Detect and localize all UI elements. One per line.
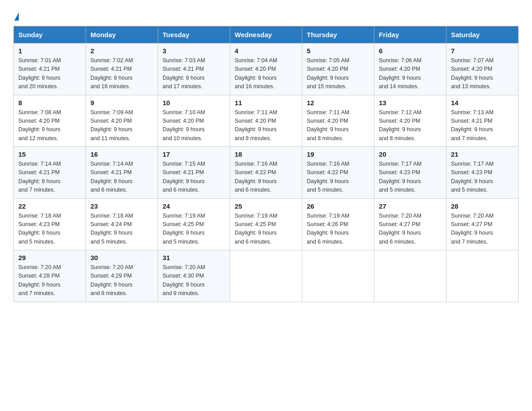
day-info: Sunrise: 7:11 AM Sunset: 4:20 PM Dayligh… xyxy=(235,108,297,143)
day-number: 6 xyxy=(379,47,442,55)
day-header-wednesday: Wednesday xyxy=(230,26,302,43)
day-info: Sunrise: 7:14 AM Sunset: 4:21 PM Dayligh… xyxy=(18,160,81,195)
calendar-cell: 22 Sunrise: 7:18 AM Sunset: 4:23 PM Dayl… xyxy=(14,198,86,250)
calendar-cell xyxy=(446,250,519,302)
calendar-cell: 1 Sunrise: 7:01 AM Sunset: 4:21 PM Dayli… xyxy=(14,43,86,95)
calendar-cell: 30 Sunrise: 7:20 AM Sunset: 4:29 PM Dayl… xyxy=(86,250,158,302)
day-info: Sunrise: 7:06 AM Sunset: 4:20 PM Dayligh… xyxy=(379,56,442,91)
calendar-week-row: 1 Sunrise: 7:01 AM Sunset: 4:21 PM Dayli… xyxy=(14,43,519,95)
calendar-cell: 6 Sunrise: 7:06 AM Sunset: 4:20 PM Dayli… xyxy=(374,43,446,95)
calendar-cell: 4 Sunrise: 7:04 AM Sunset: 4:20 PM Dayli… xyxy=(230,43,302,95)
day-info: Sunrise: 7:20 AM Sunset: 4:30 PM Dayligh… xyxy=(163,263,225,298)
day-number: 2 xyxy=(90,47,153,55)
day-info: Sunrise: 7:20 AM Sunset: 4:29 PM Dayligh… xyxy=(90,263,153,298)
calendar-header-row: SundayMondayTuesdayWednesdayThursdayFrid… xyxy=(14,26,519,43)
day-number: 31 xyxy=(163,254,225,261)
calendar-cell: 10 Sunrise: 7:10 AM Sunset: 4:20 PM Dayl… xyxy=(158,95,230,147)
calendar-cell: 29 Sunrise: 7:20 AM Sunset: 4:28 PM Dayl… xyxy=(14,250,86,302)
day-number: 13 xyxy=(379,99,442,107)
day-number: 20 xyxy=(379,150,442,158)
day-header-sunday: Sunday xyxy=(14,26,86,43)
calendar-cell: 31 Sunrise: 7:20 AM Sunset: 4:30 PM Dayl… xyxy=(158,250,230,302)
calendar-cell: 5 Sunrise: 7:05 AM Sunset: 4:20 PM Dayli… xyxy=(302,43,374,95)
day-number: 9 xyxy=(90,99,153,107)
day-info: Sunrise: 7:07 AM Sunset: 4:20 PM Dayligh… xyxy=(451,56,514,91)
day-number: 24 xyxy=(163,202,225,210)
day-info: Sunrise: 7:15 AM Sunset: 4:21 PM Dayligh… xyxy=(163,160,225,195)
day-info: Sunrise: 7:04 AM Sunset: 4:20 PM Dayligh… xyxy=(235,56,297,91)
calendar-table: SundayMondayTuesdayWednesdayThursdayFrid… xyxy=(13,26,519,302)
calendar-cell: 20 Sunrise: 7:17 AM Sunset: 4:23 PM Dayl… xyxy=(374,147,446,199)
calendar-cell: 27 Sunrise: 7:20 AM Sunset: 4:27 PM Dayl… xyxy=(374,198,446,250)
calendar-cell: 8 Sunrise: 7:08 AM Sunset: 4:20 PM Dayli… xyxy=(14,95,86,147)
calendar-cell: 28 Sunrise: 7:20 AM Sunset: 4:27 PM Dayl… xyxy=(446,198,519,250)
day-number: 22 xyxy=(18,202,81,210)
day-header-friday: Friday xyxy=(374,26,446,43)
calendar-cell: 21 Sunrise: 7:17 AM Sunset: 4:23 PM Dayl… xyxy=(446,147,519,199)
day-info: Sunrise: 7:08 AM Sunset: 4:20 PM Dayligh… xyxy=(18,108,81,143)
calendar-cell: 19 Sunrise: 7:16 AM Sunset: 4:22 PM Dayl… xyxy=(302,147,374,199)
day-info: Sunrise: 7:17 AM Sunset: 4:23 PM Dayligh… xyxy=(451,160,514,195)
day-info: Sunrise: 7:16 AM Sunset: 4:22 PM Dayligh… xyxy=(235,160,297,195)
day-number: 27 xyxy=(379,202,442,210)
calendar-cell xyxy=(302,250,374,302)
calendar-cell: 23 Sunrise: 7:18 AM Sunset: 4:24 PM Dayl… xyxy=(86,198,158,250)
logo-triangle-icon xyxy=(14,13,19,21)
day-number: 5 xyxy=(307,47,369,55)
calendar-cell: 7 Sunrise: 7:07 AM Sunset: 4:20 PM Dayli… xyxy=(446,43,519,95)
day-number: 30 xyxy=(90,254,153,261)
calendar-cell: 3 Sunrise: 7:03 AM Sunset: 4:21 PM Dayli… xyxy=(158,43,230,95)
day-number: 8 xyxy=(18,99,81,107)
day-number: 26 xyxy=(307,202,369,210)
day-header-saturday: Saturday xyxy=(446,26,519,43)
day-number: 1 xyxy=(18,47,81,55)
day-info: Sunrise: 7:14 AM Sunset: 4:21 PM Dayligh… xyxy=(90,160,153,195)
calendar-cell xyxy=(230,250,302,302)
day-number: 18 xyxy=(235,150,297,158)
day-number: 10 xyxy=(163,99,225,107)
calendar-week-row: 8 Sunrise: 7:08 AM Sunset: 4:20 PM Dayli… xyxy=(14,95,519,147)
calendar-cell: 16 Sunrise: 7:14 AM Sunset: 4:21 PM Dayl… xyxy=(86,147,158,199)
day-info: Sunrise: 7:01 AM Sunset: 4:21 PM Dayligh… xyxy=(18,56,81,91)
day-number: 16 xyxy=(90,150,153,158)
day-number: 11 xyxy=(235,99,297,107)
calendar-cell: 17 Sunrise: 7:15 AM Sunset: 4:21 PM Dayl… xyxy=(158,147,230,199)
calendar-cell: 12 Sunrise: 7:11 AM Sunset: 4:20 PM Dayl… xyxy=(302,95,374,147)
calendar-cell: 26 Sunrise: 7:19 AM Sunset: 4:26 PM Dayl… xyxy=(302,198,374,250)
day-number: 19 xyxy=(307,150,369,158)
page-header xyxy=(13,9,519,19)
day-info: Sunrise: 7:20 AM Sunset: 4:28 PM Dayligh… xyxy=(18,263,81,298)
day-number: 4 xyxy=(235,47,297,55)
day-info: Sunrise: 7:17 AM Sunset: 4:23 PM Dayligh… xyxy=(379,160,442,195)
calendar-cell: 13 Sunrise: 7:12 AM Sunset: 4:20 PM Dayl… xyxy=(374,95,446,147)
day-number: 14 xyxy=(451,99,514,107)
calendar-cell: 18 Sunrise: 7:16 AM Sunset: 4:22 PM Dayl… xyxy=(230,147,302,199)
day-info: Sunrise: 7:18 AM Sunset: 4:23 PM Dayligh… xyxy=(18,212,81,247)
calendar-cell: 15 Sunrise: 7:14 AM Sunset: 4:21 PM Dayl… xyxy=(14,147,86,199)
day-info: Sunrise: 7:20 AM Sunset: 4:27 PM Dayligh… xyxy=(379,212,442,247)
day-header-tuesday: Tuesday xyxy=(158,26,230,43)
day-number: 25 xyxy=(235,202,297,210)
day-info: Sunrise: 7:09 AM Sunset: 4:20 PM Dayligh… xyxy=(90,108,153,143)
day-info: Sunrise: 7:02 AM Sunset: 4:21 PM Dayligh… xyxy=(90,56,153,91)
day-number: 28 xyxy=(451,202,514,210)
day-header-thursday: Thursday xyxy=(302,26,374,43)
day-info: Sunrise: 7:11 AM Sunset: 4:20 PM Dayligh… xyxy=(307,108,369,143)
day-info: Sunrise: 7:10 AM Sunset: 4:20 PM Dayligh… xyxy=(163,108,225,143)
calendar-cell: 24 Sunrise: 7:19 AM Sunset: 4:25 PM Dayl… xyxy=(158,198,230,250)
day-info: Sunrise: 7:18 AM Sunset: 4:24 PM Dayligh… xyxy=(90,212,153,247)
calendar-cell: 2 Sunrise: 7:02 AM Sunset: 4:21 PM Dayli… xyxy=(86,43,158,95)
calendar-week-row: 15 Sunrise: 7:14 AM Sunset: 4:21 PM Dayl… xyxy=(14,147,519,199)
day-number: 21 xyxy=(451,150,514,158)
day-info: Sunrise: 7:13 AM Sunset: 4:21 PM Dayligh… xyxy=(451,108,514,143)
day-number: 29 xyxy=(18,254,81,261)
day-number: 15 xyxy=(18,150,81,158)
logo xyxy=(13,13,20,19)
day-header-monday: Monday xyxy=(86,26,158,43)
day-info: Sunrise: 7:20 AM Sunset: 4:27 PM Dayligh… xyxy=(451,212,514,247)
day-number: 3 xyxy=(163,47,225,55)
day-info: Sunrise: 7:05 AM Sunset: 4:20 PM Dayligh… xyxy=(307,56,369,91)
day-info: Sunrise: 7:16 AM Sunset: 4:22 PM Dayligh… xyxy=(307,160,369,195)
calendar-week-row: 29 Sunrise: 7:20 AM Sunset: 4:28 PM Dayl… xyxy=(14,250,519,302)
day-number: 17 xyxy=(163,150,225,158)
